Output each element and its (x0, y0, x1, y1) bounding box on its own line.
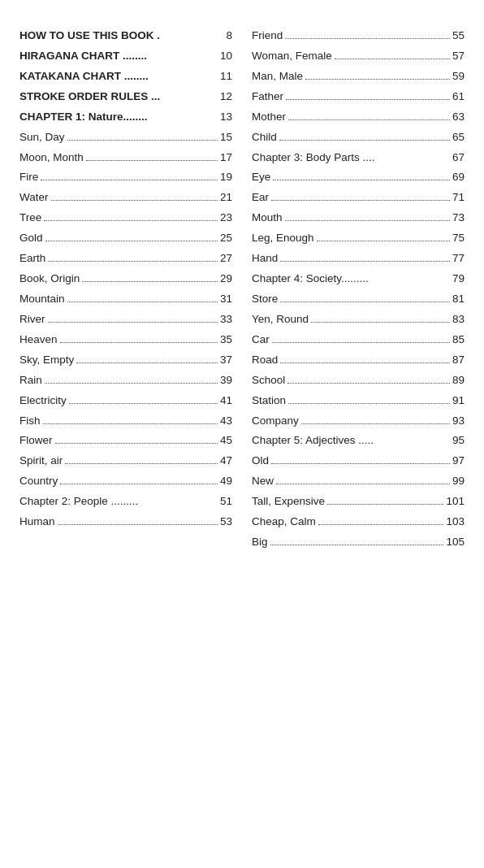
toc-label: Father (252, 89, 283, 106)
toc-entry: Fish43 (19, 413, 232, 430)
toc-page: 39 (220, 372, 232, 389)
toc-page: 21 (220, 189, 232, 206)
toc-dots (48, 322, 218, 323)
toc-page: 83 (452, 311, 465, 328)
toc-page: 43 (220, 413, 232, 430)
toc-label: Fish (19, 413, 41, 430)
toc-entry: HOW TO USE THIS BOOK .8 (19, 28, 232, 45)
toc-page: 49 (220, 473, 232, 490)
toc-label: Rain (19, 372, 42, 389)
toc-label: Company (252, 413, 299, 430)
toc-label: Big (252, 534, 268, 551)
toc-page: 95 (452, 432, 465, 449)
toc-entry: Big105 (252, 534, 465, 551)
toc-label: Fire (19, 169, 38, 186)
toc-page: 35 (220, 332, 232, 349)
toc-label: Electricity (19, 393, 67, 410)
toc-entry: Flower45 (19, 432, 232, 449)
toc-dots (311, 322, 450, 323)
toc-dots (60, 342, 218, 343)
toc-entry: Tall, Expensive101 (252, 493, 465, 510)
toc-dots (318, 524, 444, 525)
toc-dots (317, 241, 450, 241)
toc-dots (43, 423, 218, 424)
toc-dots (280, 261, 450, 262)
toc-label: Gold (19, 230, 43, 247)
toc-page: 69 (452, 169, 465, 186)
toc-dots (58, 524, 218, 525)
toc-page: 85 (452, 332, 465, 349)
toc-label: Heaven (19, 332, 58, 349)
toc-page: 51 (220, 493, 232, 510)
toc-page: 29 (220, 271, 232, 288)
toc-entry: Chapter 2: People .........51 (19, 493, 232, 510)
toc-dots (327, 504, 443, 505)
toc-entry: Car85 (252, 332, 465, 349)
toc-page: 91 (452, 393, 465, 410)
toc-page: 103 (446, 514, 465, 531)
toc-entry: Mother63 (252, 109, 465, 126)
toc-entry: Store81 (252, 291, 465, 308)
toc-entry: Moon, Month17 (19, 150, 232, 167)
toc-page: 15 (220, 129, 232, 146)
toc-page: 65 (452, 129, 465, 146)
toc-entry: Sky, Empty37 (19, 352, 232, 369)
toc-page: 101 (446, 493, 465, 510)
toc-label: School (252, 372, 285, 389)
toc-entry: Hand77 (252, 250, 465, 267)
toc-page: 33 (220, 311, 232, 328)
toc-dots (285, 220, 450, 221)
toc-entry: Mountain31 (19, 291, 232, 308)
toc-left-column: HOW TO USE THIS BOOK .8HIRAGANA CHART ..… (19, 28, 242, 554)
toc-dots (280, 362, 450, 363)
toc-label: Cheap, Calm (252, 514, 316, 531)
toc-entry: Chapter 4: Society.........79 (252, 271, 465, 288)
toc-right-column: Friend55Woman, Female57Man, Male59Father… (242, 28, 465, 554)
toc-label: Woman, Female (252, 48, 332, 65)
toc-page: 31 (220, 291, 232, 308)
toc-dots (60, 484, 218, 484)
toc-entry: Chapter 5: Adjectives .....95 (252, 432, 465, 449)
toc-dots (335, 59, 450, 59)
toc-entry: Earth27 (19, 250, 232, 267)
toc-page: 45 (220, 432, 232, 449)
toc-entry: Sun, Day15 (19, 129, 232, 146)
toc-label: Mother (252, 109, 286, 126)
toc-entry: Cheap, Calm103 (252, 514, 465, 531)
toc-entry: Leg, Enough75 (252, 230, 465, 247)
toc-label: Old (252, 453, 269, 470)
toc-entry: Woman, Female57 (252, 48, 465, 65)
toc-label: Book, Origin (19, 271, 80, 288)
toc-entry: Child65 (252, 129, 465, 146)
toc-label: Earth (19, 250, 45, 267)
toc-label: Country (19, 473, 58, 490)
toc-label: Eye (252, 169, 270, 186)
toc-entry: New99 (252, 473, 465, 490)
toc-label: Sky, Empty (19, 352, 74, 369)
toc-dots (276, 484, 450, 484)
toc-entry: Eye69 (252, 169, 465, 186)
toc-entry: School89 (252, 372, 465, 389)
toc-dots (271, 463, 450, 464)
toc-page: 61 (452, 89, 465, 106)
toc-entry: Book, Origin29 (19, 271, 232, 288)
toc-label: Ear (252, 189, 269, 206)
toc-entry: Mouth73 (252, 210, 465, 227)
toc-entry: Electricity41 (19, 393, 232, 410)
toc-label: Human (19, 514, 55, 531)
toc-entry: Old97 (252, 453, 465, 470)
toc-dots (279, 140, 450, 141)
toc-label: Mouth (252, 210, 283, 227)
toc-page: 71 (452, 189, 465, 206)
toc-entry: KATAKANA CHART ........11 (19, 68, 232, 85)
toc-label: Chapter 2: People ......... (19, 493, 138, 510)
toc-dots (48, 261, 218, 262)
toc-page: 97 (452, 453, 465, 470)
toc-page: 81 (452, 291, 465, 308)
toc-dots (45, 383, 218, 384)
toc-entry: Heaven35 (19, 332, 232, 349)
toc-label: Spirit, air (19, 453, 63, 470)
toc-dots (41, 180, 218, 180)
toc-page: 12 (220, 89, 232, 106)
toc-dots (65, 463, 218, 464)
